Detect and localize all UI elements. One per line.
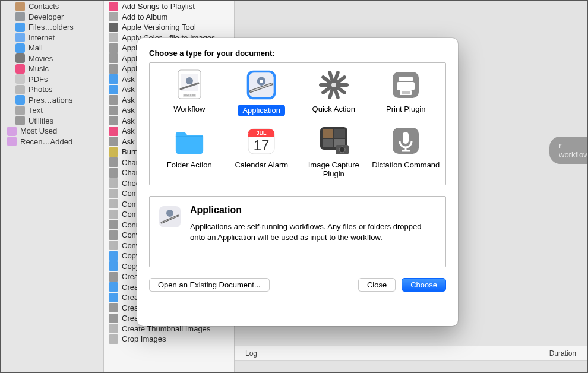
dictation-icon	[390, 125, 422, 157]
type-quick-action[interactable]: Quick Action	[298, 69, 370, 116]
choose-button[interactable]: Choose	[402, 278, 446, 292]
type-dictation[interactable]: Dictation Command	[370, 125, 442, 179]
print-plugin-icon	[390, 69, 422, 101]
type-label: Image Capture Plugin	[298, 160, 370, 179]
description-title: Application	[190, 205, 437, 216]
svg-line-18	[330, 72, 332, 80]
calendar-alarm-icon: JUL17	[245, 125, 277, 157]
svg-rect-34	[334, 129, 345, 138]
type-label: Print Plugin	[386, 105, 425, 114]
svg-text:17: 17	[254, 137, 270, 153]
svg-rect-40	[403, 132, 409, 144]
sheet-footer: Open an Existing Document... Close Choos…	[149, 278, 446, 292]
type-print-plugin[interactable]: Print Plugin	[370, 69, 442, 116]
open-existing-button[interactable]: Open an Existing Document...	[149, 278, 270, 292]
type-calendar-alarm[interactable]: JUL17Calendar Alarm	[226, 125, 298, 179]
type-label: Quick Action	[312, 105, 355, 114]
workflow-icon: WFLOW	[173, 69, 206, 101]
new-document-sheet: Choose a type for your document: WFLOWWo…	[137, 38, 458, 326]
svg-rect-22	[399, 77, 413, 81]
svg-point-8	[260, 80, 263, 83]
type-workflow[interactable]: WFLOWWorkflow	[153, 69, 226, 116]
folder-action-icon	[173, 125, 206, 157]
quick-action-icon	[318, 69, 350, 101]
svg-point-10	[331, 83, 336, 87]
svg-line-19	[336, 72, 338, 80]
svg-text:WFLOW: WFLOW	[184, 93, 195, 97]
application-icon	[158, 205, 182, 229]
sheet-title: Choose a type for your document:	[149, 49, 446, 58]
svg-point-44	[166, 210, 173, 217]
type-application[interactable]: Application	[226, 69, 298, 116]
svg-rect-24	[400, 90, 412, 95]
type-label: Folder Action	[167, 160, 212, 170]
type-label: Application	[238, 105, 285, 116]
svg-rect-33	[323, 129, 333, 138]
application-icon	[245, 69, 277, 101]
svg-line-20	[338, 77, 344, 82]
document-types-grid: WFLOWWorkflowApplicationQuick ActionPrin…	[149, 62, 446, 185]
svg-line-12	[338, 88, 344, 93]
svg-point-2	[186, 77, 193, 84]
type-label: Workflow	[173, 105, 205, 114]
document-description: Application Applications are self-runnin…	[149, 196, 446, 267]
close-button[interactable]: Close	[358, 278, 396, 292]
image-capture-icon	[318, 125, 350, 157]
type-label: Dictation Command	[372, 160, 440, 170]
type-folder-action[interactable]: Folder Action	[153, 125, 226, 179]
svg-point-38	[339, 147, 345, 153]
svg-line-17	[323, 77, 330, 82]
type-image-capture[interactable]: Image Capture Plugin	[298, 125, 370, 179]
svg-text:JUL: JUL	[257, 130, 267, 136]
svg-rect-23	[397, 82, 415, 90]
svg-line-13	[336, 90, 338, 97]
description-text: Applications are self-running workflows.…	[190, 222, 437, 243]
type-label: Calendar Alarm	[235, 160, 288, 170]
svg-line-14	[330, 90, 332, 97]
svg-line-15	[323, 88, 330, 93]
svg-rect-35	[323, 139, 333, 147]
